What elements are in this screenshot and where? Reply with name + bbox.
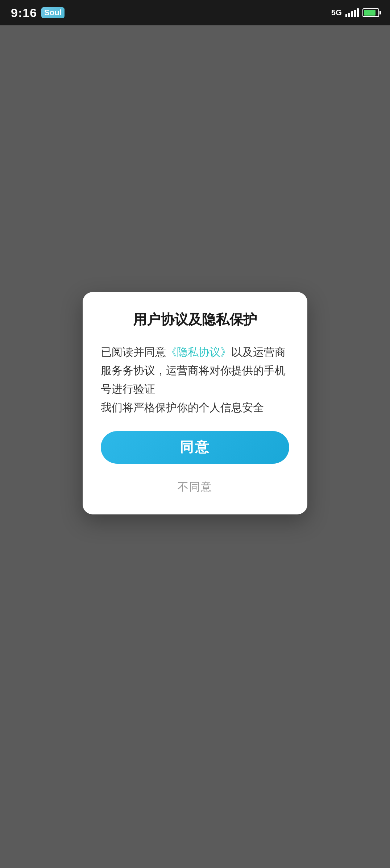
app-label: Soul bbox=[41, 7, 65, 18]
dialog-overlay: 用户协议及隐私保护 已阅读并同意《隐私协议》以及运营商服务务协议，运营商将对你提… bbox=[0, 25, 390, 868]
status-bar: 9:16 Soul 5G bbox=[0, 0, 390, 25]
status-bar-right: 5G bbox=[331, 8, 379, 17]
signal-bar-1 bbox=[345, 14, 347, 17]
privacy-dialog: 用户协议及隐私保护 已阅读并同意《隐私协议》以及运营商服务务协议，运营商将对你提… bbox=[83, 292, 307, 514]
network-type: 5G bbox=[331, 8, 342, 17]
body-prefix: 已阅读并同意 bbox=[101, 346, 166, 358]
signal-icon bbox=[345, 8, 359, 17]
signal-bar-5 bbox=[357, 8, 359, 17]
battery-fill bbox=[364, 10, 376, 16]
dialog-title: 用户协议及隐私保护 bbox=[101, 310, 289, 329]
privacy-link[interactable]: 《隐私协议》 bbox=[166, 346, 231, 358]
disagree-button[interactable]: 不同意 bbox=[101, 475, 289, 500]
signal-bar-4 bbox=[354, 10, 356, 17]
signal-bar-2 bbox=[348, 13, 350, 17]
dialog-body: 已阅读并同意《隐私协议》以及运营商服务务协议，运营商将对你提供的手机号进行验证我… bbox=[101, 343, 289, 417]
signal-bar-3 bbox=[351, 11, 353, 17]
battery-icon bbox=[362, 8, 379, 17]
agree-button[interactable]: 同意 bbox=[101, 431, 289, 464]
status-bar-left: 9:16 Soul bbox=[11, 6, 65, 20]
status-time: 9:16 bbox=[11, 6, 37, 20]
main-background: 用户协议及隐私保护 已阅读并同意《隐私协议》以及运营商服务务协议，运营商将对你提… bbox=[0, 25, 390, 868]
